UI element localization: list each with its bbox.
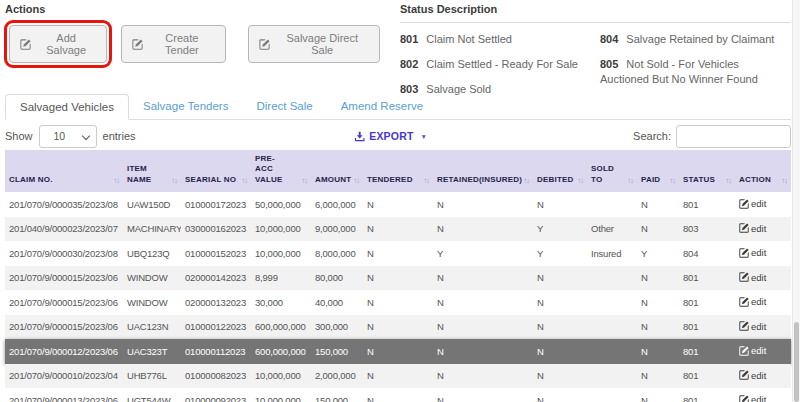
table-cell: N <box>433 290 533 315</box>
caret-down-icon: ▼ <box>421 133 428 140</box>
column-header-tendered[interactable]: TENDERED↑↓ <box>363 150 433 192</box>
create-tender-button[interactable]: Create Tender <box>121 25 226 63</box>
table-cell <box>587 388 637 402</box>
edit-link[interactable]: edit <box>739 344 766 357</box>
table-row[interactable]: 201/070/9/000035/2023/08UAW150D010000172… <box>5 192 791 217</box>
sort-icon[interactable]: ↑↓ <box>578 176 584 185</box>
table-cell: N <box>533 339 587 364</box>
table-cell: N <box>637 339 679 364</box>
table-cell: N <box>363 339 433 364</box>
pencil-square-icon <box>739 395 749 402</box>
table-row[interactable]: 201/070/9/000010/2023/04UHB776L010000082… <box>5 364 791 389</box>
status-description-panel: Status Description 801Claim Not Settled8… <box>400 3 790 107</box>
table-cell-action: edit <box>735 364 791 389</box>
edit-link[interactable]: edit <box>739 320 766 333</box>
sort-icon[interactable]: ↑↓ <box>726 176 732 185</box>
export-button[interactable]: EXPORT ▼ <box>354 130 427 142</box>
actions-title: Actions <box>5 3 390 15</box>
sort-icon[interactable]: ↑↓ <box>242 176 248 185</box>
salvage-management-page: Actions Add SalvageCreate TenderSalvage … <box>0 0 800 402</box>
search-input[interactable] <box>676 125 791 148</box>
edit-link[interactable]: edit <box>739 271 766 284</box>
salvage-direct-sale-button[interactable]: Salvage Direct Sale <box>248 25 380 63</box>
table-cell: 8,000,000 <box>311 241 363 266</box>
pencil-square-icon <box>739 297 749 307</box>
table-row[interactable]: 201/070/9/000030/2023/08UBQ123Q010000152… <box>5 241 791 266</box>
table-cell <box>587 315 637 340</box>
status-text: Claim Settled - Ready For Sale <box>426 58 578 70</box>
actions-buttons: Add SalvageCreate TenderSalvage Direct S… <box>9 25 390 63</box>
table-cell: 801 <box>679 192 735 217</box>
table-row[interactable]: 201/070/9/000015/2023/06UAC123N010000122… <box>5 315 791 340</box>
pencil-square-icon <box>739 346 749 356</box>
table-cell: N <box>533 290 587 315</box>
column-header-item-name[interactable]: ITEM NAME↑↓ <box>123 150 181 192</box>
table-row[interactable]: 201/070/9/000013/2023/06UGT544W010000092… <box>5 388 791 402</box>
table-cell: 10,000,000 <box>251 217 311 242</box>
sort-icon[interactable]: ↑↓ <box>172 176 178 185</box>
column-label: TENDERED <box>367 175 413 185</box>
add-salvage-button[interactable]: Add Salvage <box>9 25 107 63</box>
table-cell: N <box>637 192 679 217</box>
table-header-row: CLAIM NO.↑↓ITEM NAME↑↓SEARIAL NO↑↓PRE-AC… <box>5 150 791 192</box>
table-row[interactable]: 201/070/9/000015/2023/06WINDOW0200001420… <box>5 266 791 291</box>
column-header-amount[interactable]: AMOUNT↑↓ <box>311 150 363 192</box>
column-header-debited[interactable]: DEBITED↑↓ <box>533 150 587 192</box>
table-row[interactable]: 201/040/9/000023/2023/07MACHINARY0300001… <box>5 217 791 242</box>
column-header-pre-acc-value[interactable]: PRE-ACC VALUE↑↓ <box>251 150 311 192</box>
tab-direct-sale[interactable]: Direct Sale <box>242 94 326 120</box>
edit-link[interactable]: edit <box>739 295 766 308</box>
column-header-searial-no[interactable]: SEARIAL NO↑↓ <box>181 150 251 192</box>
search-label: Search: <box>633 130 671 142</box>
scrollbar[interactable] <box>792 0 800 402</box>
column-label: RETAINED(INSURED) <box>437 175 522 185</box>
scrollbar-thumb[interactable] <box>794 322 799 402</box>
table-cell: 803 <box>679 217 735 242</box>
column-header-sold-to[interactable]: SOLD TO↑↓ <box>587 150 637 192</box>
column-header-paid[interactable]: PAID↑↓ <box>637 150 679 192</box>
table-cell: N <box>533 364 587 389</box>
sort-icon[interactable]: ↑↓ <box>114 176 120 185</box>
table-cell: 201/070/9/000012/2023/06 <box>5 339 123 364</box>
table-cell: N <box>363 364 433 389</box>
status-description-title: Status Description <box>400 3 790 15</box>
tab-amend-reserve[interactable]: Amend Reserve <box>327 94 437 120</box>
sort-icon[interactable]: ↑↓ <box>424 176 430 185</box>
table-row-selected[interactable]: 201/070/9/000012/2023/06UAC323T010000112… <box>5 339 791 364</box>
entries-select[interactable]: 10 <box>39 125 97 148</box>
salvaged-vehicles-table: CLAIM NO.↑↓ITEM NAME↑↓SEARIAL NO↑↓PRE-AC… <box>5 150 791 402</box>
edit-link[interactable]: edit <box>739 222 766 235</box>
tab-salvage-tenders[interactable]: Salvage Tenders <box>129 94 242 120</box>
table-cell: N <box>363 266 433 291</box>
column-label: SEARIAL NO <box>185 175 236 185</box>
button-label: Create Tender <box>148 32 215 56</box>
status-item-801: 801Claim Not Settled <box>400 32 600 47</box>
edit-link[interactable]: edit <box>739 369 766 382</box>
column-header-status[interactable]: STATUS↑↓ <box>679 150 735 192</box>
table-cell: 300,000 <box>311 315 363 340</box>
table-cell: Y <box>533 217 587 242</box>
column-header-action[interactable]: ACTION↑↓ <box>735 150 791 192</box>
table-cell: 020000142023 <box>181 266 251 291</box>
table-cell: 010000092023 <box>181 388 251 402</box>
sort-icon[interactable]: ↑↓ <box>524 176 530 185</box>
pencil-square-icon <box>739 321 749 331</box>
pencil-square-icon <box>739 199 749 209</box>
sort-icon[interactable]: ↑↓ <box>302 176 308 185</box>
column-header-retained-insured[interactable]: RETAINED(INSURED)↑↓ <box>433 150 533 192</box>
table-row[interactable]: 201/070/9/000015/2023/06WINDOW0200001320… <box>5 290 791 315</box>
sort-icon[interactable]: ↑↓ <box>782 176 788 185</box>
edit-link[interactable]: edit <box>739 393 766 402</box>
table-cell-action: edit <box>735 217 791 242</box>
edit-link[interactable]: edit <box>739 246 766 259</box>
sort-icon[interactable]: ↑↓ <box>354 176 360 185</box>
edit-label: edit <box>751 393 766 402</box>
sort-icon[interactable]: ↑↓ <box>670 176 676 185</box>
tab-salvaged-vehicles[interactable]: Salvaged Vehicles <box>5 94 129 120</box>
table-cell: 010000112023 <box>181 339 251 364</box>
edit-link[interactable]: edit <box>739 197 766 210</box>
sort-icon[interactable]: ↑↓ <box>628 176 634 185</box>
column-header-claim-no[interactable]: CLAIM NO.↑↓ <box>5 150 123 192</box>
entries-label: entries <box>103 130 136 142</box>
table-cell: 201/070/9/000015/2023/06 <box>5 315 123 340</box>
